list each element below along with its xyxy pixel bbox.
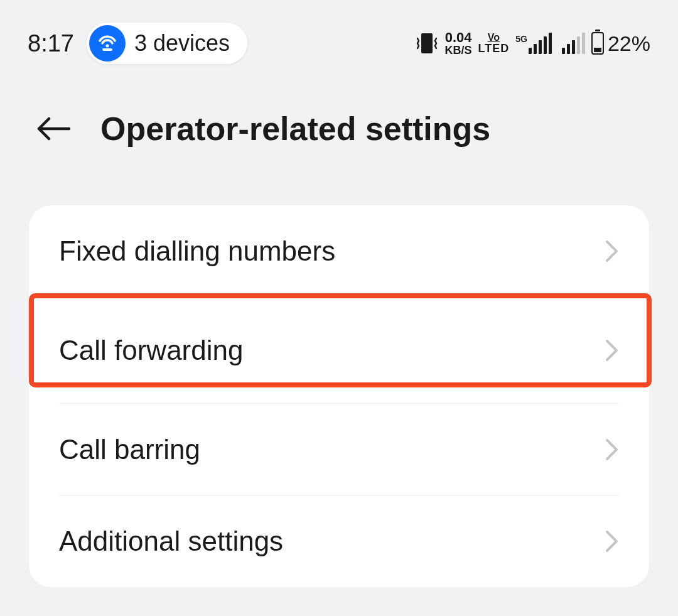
settings-item-call-forwarding[interactable]: Call forwarding bbox=[29, 297, 649, 404]
data-speed-indicator: 0.04 KB/S bbox=[445, 31, 472, 56]
svg-point-0 bbox=[105, 45, 109, 48]
vibrate-icon bbox=[415, 32, 439, 55]
battery-percent: 22% bbox=[608, 31, 650, 56]
status-time: 8:17 bbox=[28, 30, 74, 57]
volte-icon: Vo LTED bbox=[478, 33, 510, 54]
settings-item-label: Additional settings bbox=[59, 526, 283, 557]
settings-item-label: Fixed dialling numbers bbox=[59, 235, 335, 267]
status-icons: 0.04 KB/S Vo LTED 5G bbox=[415, 31, 650, 56]
data-speed-value: 0.04 bbox=[445, 31, 472, 45]
page-title: Operator-related settings bbox=[100, 110, 490, 148]
battery-icon bbox=[591, 32, 604, 55]
data-speed-unit: KB/S bbox=[445, 45, 472, 56]
chevron-right-icon bbox=[605, 338, 619, 362]
hotspot-pill[interactable]: 3 devices bbox=[87, 23, 247, 64]
chevron-right-icon bbox=[605, 438, 619, 462]
settings-item-fixed-dialling[interactable]: Fixed dialling numbers bbox=[29, 205, 649, 297]
settings-item-label: Call barring bbox=[59, 434, 200, 465]
settings-list: Fixed dialling numbers Call forwarding C… bbox=[29, 205, 649, 587]
page-header: Operator-related settings bbox=[0, 69, 678, 148]
settings-item-additional[interactable]: Additional settings bbox=[29, 495, 649, 587]
hotspot-label: 3 devices bbox=[134, 30, 230, 57]
arrow-left-icon bbox=[36, 116, 70, 141]
back-button[interactable] bbox=[35, 111, 72, 147]
svg-rect-2 bbox=[421, 33, 433, 53]
svg-rect-1 bbox=[102, 48, 112, 51]
signal-secondary-icon bbox=[562, 33, 585, 54]
status-bar: 8:17 3 devices 0.04 KB/S Vo LTED bbox=[0, 0, 678, 69]
chevron-right-icon bbox=[605, 529, 619, 553]
settings-item-label: Call forwarding bbox=[59, 335, 243, 366]
chevron-right-icon bbox=[605, 239, 619, 263]
signal-5g-icon: 5G bbox=[515, 33, 552, 54]
settings-item-call-barring[interactable]: Call barring bbox=[29, 404, 649, 495]
battery-indicator: 22% bbox=[591, 31, 650, 56]
hotspot-icon bbox=[89, 25, 126, 62]
